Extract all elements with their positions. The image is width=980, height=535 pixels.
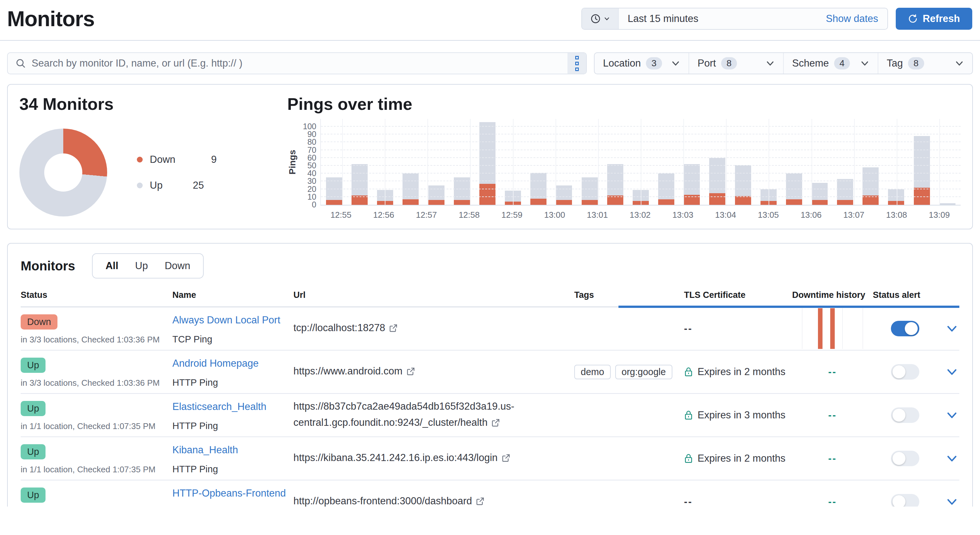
status-alert-toggle[interactable] — [891, 321, 919, 336]
date-picker-quick-menu-button[interactable] — [582, 8, 619, 29]
status-alert-toggle[interactable] — [891, 364, 919, 380]
down-segment — [454, 200, 470, 205]
status-alert-toggle[interactable] — [891, 451, 919, 466]
overview-panel: 34 Monitors Down9Up25 Pings over time Pi… — [7, 84, 973, 229]
down-segment — [735, 196, 751, 205]
monitor-url-link[interactable]: https://kibana.35.241.242.16.ip.es.io:44… — [293, 450, 574, 467]
status-cell: Downin 3/3 locations, Checked 1:03:36 PM — [21, 307, 172, 350]
search-icon — [16, 58, 26, 69]
status-cell: Upin 1/1 location, Checked 1:07:35 PM — [21, 394, 172, 436]
grid-line — [683, 119, 684, 205]
monitor-name-link[interactable]: Android Homepage — [172, 358, 293, 369]
pings-bar — [914, 136, 930, 205]
pings-bar — [837, 179, 853, 205]
pings-bar — [939, 203, 956, 205]
empty-value: -- — [684, 323, 693, 334]
monitor-name-link[interactable]: HTTP-Opbeans-Frontend — [172, 487, 293, 499]
expand-cell — [937, 366, 959, 378]
legend-item[interactable]: Down9 — [137, 154, 216, 165]
query-menu-button[interactable] — [568, 53, 586, 73]
grid-line — [513, 119, 514, 205]
status-alert-cell — [873, 451, 937, 466]
filter-port[interactable]: Port8 — [689, 53, 783, 73]
time-range-value[interactable]: Last 15 minutes — [619, 8, 826, 29]
refresh-button[interactable]: Refresh — [896, 8, 972, 30]
monitor-url-link[interactable]: https://www.android.com — [293, 363, 574, 380]
tls-certificate-cell: -- — [684, 323, 792, 334]
column-header: Downtime history — [792, 290, 873, 300]
expand-cell — [937, 323, 959, 335]
x-tick: 13:09 — [918, 210, 961, 220]
filter-count-badge: 8 — [908, 57, 924, 69]
monitor-name-link[interactable]: Kibana_Health — [172, 444, 293, 456]
status-badge: Up — [21, 401, 46, 416]
up-segment — [658, 174, 674, 199]
up-segment — [786, 174, 802, 199]
tag-badge[interactable]: org:google — [615, 365, 672, 379]
tab-all[interactable]: All — [97, 260, 127, 272]
expand-cell — [937, 495, 959, 506]
filter-tag[interactable]: Tag8 — [878, 53, 972, 73]
status-alert-cell — [873, 494, 937, 506]
filter-count-badge: 3 — [646, 57, 662, 69]
pings-bar — [735, 165, 751, 205]
tab-down[interactable]: Down — [156, 260, 199, 272]
down-segment — [556, 200, 572, 205]
expand-row-button[interactable] — [946, 323, 958, 335]
expand-row-button[interactable] — [946, 409, 958, 421]
expand-row-button[interactable] — [946, 495, 958, 506]
down-segment — [811, 200, 828, 205]
search-bar — [7, 52, 587, 74]
tab-up[interactable]: Up — [127, 260, 157, 272]
name-cell: Elasticsearch_HealthHTTP Ping — [172, 394, 293, 436]
downtime-bar — [818, 308, 822, 349]
down-segment — [709, 193, 725, 205]
monitor-url-link[interactable]: tcp://localhost:18278 — [293, 320, 574, 337]
table-row: Upin 1/1 location, Checked 1:07:35 PMKib… — [21, 437, 959, 481]
up-segment — [352, 164, 368, 195]
legend-item[interactable]: Up25 — [137, 180, 216, 191]
donut-legend: Down9Up25 — [137, 154, 216, 191]
show-dates-link[interactable]: Show dates — [826, 8, 887, 29]
pings-bar — [684, 164, 700, 205]
expand-row-button[interactable] — [946, 366, 958, 378]
up-segment — [607, 164, 623, 195]
monitor-name-link[interactable]: Always Down Local Port — [172, 315, 293, 326]
up-segment — [914, 136, 930, 188]
filter-count-badge: 4 — [834, 57, 850, 69]
monitor-name-link[interactable]: Elasticsearch_Health — [172, 401, 293, 412]
url-text: tcp://localhost:18278 — [293, 322, 385, 334]
empty-value: -- — [828, 496, 837, 506]
table-header: StatusNameUrlTagsTLS CertificateDowntime… — [21, 290, 959, 307]
refresh-icon — [908, 14, 918, 24]
expand-row-button[interactable] — [946, 452, 958, 465]
status-cell: Upin 3/3 locations, Checked 1:07:38 PM — [21, 481, 172, 506]
downtime-sparkline — [802, 308, 863, 349]
status-donut-chart — [19, 129, 107, 216]
status-alert-toggle[interactable] — [891, 407, 919, 423]
monitor-url-link[interactable]: https://8b37cb7ca2ae49ada54db165f32d3a19… — [293, 398, 574, 432]
checked-text: in 3/3 locations, Checked 1:03:36 PM — [21, 335, 172, 345]
status-cell: Upin 1/1 location, Checked 1:07:35 PM — [21, 437, 172, 480]
table-row: Upin 3/3 locations, Checked 1:07:38 PMHT… — [21, 481, 959, 506]
filter-location[interactable]: Location3 — [595, 53, 689, 73]
monitor-url-link[interactable]: http://opbeans-frontend:3000/dashboard — [293, 493, 574, 506]
status-cell: Upin 3/3 locations, Checked 1:03:36 PM — [21, 351, 172, 393]
checked-text: in 1/1 location, Checked 1:07:35 PM — [21, 421, 172, 431]
filter-label: Tag — [887, 57, 903, 69]
name-cell: Android HomepageHTTP Ping — [172, 351, 293, 393]
x-tick: 13:04 — [704, 210, 747, 220]
x-tick: 13:01 — [576, 210, 619, 220]
filter-scheme[interactable]: Scheme4 — [783, 53, 878, 73]
monitors-count-title: 34 Monitors — [19, 94, 287, 114]
chevron-down-icon — [955, 59, 964, 68]
up-segment — [862, 167, 879, 195]
name-cell: Always Down Local PortTCP Ping — [172, 307, 293, 350]
toggle-knob — [892, 409, 905, 422]
search-input[interactable] — [32, 57, 568, 69]
pings-bar — [811, 183, 828, 205]
empty-value: -- — [828, 453, 837, 464]
status-alert-toggle[interactable] — [891, 494, 919, 506]
down-segment — [326, 200, 342, 205]
tag-badge[interactable]: demo — [574, 365, 611, 379]
